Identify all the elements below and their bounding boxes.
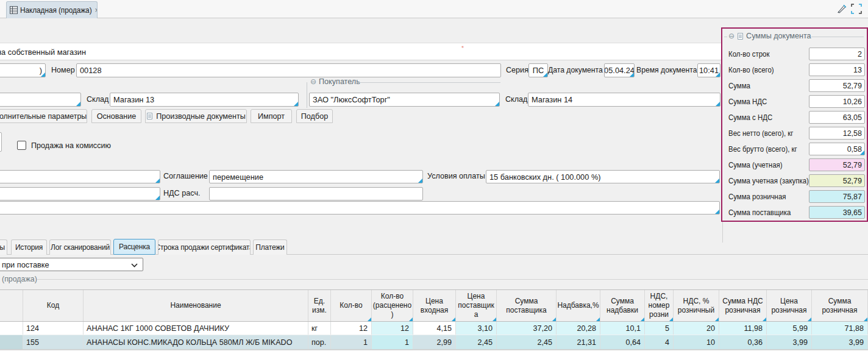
warehouse-to-field[interactable]: Магазин 14 [528,93,720,107]
table-cell[interactable]: 12 [372,322,413,335]
table-cell[interactable]: 3,10 [456,322,497,335]
operation-field[interactable]: на собственный магазин ⁎ [0,43,721,60]
column-header[interactable]: Ед. изм. [308,290,331,321]
doc-date-field[interactable]: 05.04.24 [604,63,635,77]
table-cell[interactable]: 3,99 [812,335,868,349]
pricing-dropdown[interactable]: при поставке [0,258,143,271]
column-header[interactable]: Код [23,290,84,321]
doc-time-field[interactable]: 10:41 [697,63,720,77]
total-value-field[interactable]: 12,58 [809,127,865,140]
total-value-field[interactable]: 39,65 [809,206,865,219]
table-cell[interactable]: 3,99 [767,335,812,349]
total-value-field[interactable]: 10,26 [809,95,865,108]
param-tab-3[interactable]: Производные документы [145,109,247,123]
expand-icon[interactable] [851,4,862,14]
section-tab-cut[interactable]: ы [0,239,7,255]
section-tab-1[interactable]: История [11,239,47,255]
section-tab-3[interactable]: Расценка [113,239,155,255]
table-cell[interactable]: 20,28 [557,322,600,335]
total-value-field[interactable]: 63,05 [809,111,865,124]
section-tab-2[interactable]: Лог сканирований [49,239,111,255]
column-header[interactable]: НДС, % розничный [674,290,719,321]
param-tab-4[interactable]: Импорт [251,109,292,123]
table-cell[interactable]: 1 [372,335,413,349]
total-value-field[interactable]: 2 [809,48,865,60]
column-header[interactable]: Кол-во [331,290,372,321]
table-cell[interactable]: АНАНАСЫ КОНС.МИКАДО КОЛЬЦА 580МЛ Ж/Б MIK… [84,335,308,349]
buyer-group-topline [357,82,500,83]
row-selector-cell[interactable] [0,335,23,349]
total-value-field[interactable]: 52,79 [809,174,865,187]
table-cell[interactable]: 37,20 [497,322,557,335]
table-cell[interactable]: 5,99 [767,322,812,335]
payment-terms-label: Условия оплаты [427,172,485,180]
total-value-field[interactable]: 13 [809,63,865,76]
column-header[interactable]: Сумма надбавки [600,290,645,321]
table-cell[interactable]: 71,88 [812,322,868,335]
total-value-field[interactable]: 75,87 [809,190,865,203]
table-cell[interactable]: 12 [331,322,372,335]
table-cell[interactable]: 2,99 [413,335,456,349]
column-header[interactable]: Кол-во (расценено) [372,290,413,321]
table-cell[interactable]: 0,36 [719,335,767,349]
table-cell[interactable]: 0,64 [600,335,645,349]
column-header[interactable]: Сумма поставщика [497,290,557,321]
table-cell[interactable]: кг [308,322,331,335]
payment-terms-field[interactable]: 15 банковских дн. ( 100.000 %) [486,170,720,183]
table-cell[interactable]: 2,45 [456,335,497,349]
total-value-field[interactable]: 0,58 [809,143,865,155]
vat-calc-field[interactable] [209,187,423,200]
table-cell[interactable]: 155 [23,335,84,349]
total-value-field[interactable]: 52,79 [809,158,865,171]
left-cut-field-5[interactable] [0,187,160,200]
table-cell[interactable]: 21,31 [557,335,600,349]
column-header[interactable]: Цена входная [413,290,456,321]
section-tab-5[interactable]: Платежи [253,239,287,255]
table-cell[interactable]: 20 [674,322,719,335]
collapse-icon: ⊖ [728,32,735,40]
table-cell[interactable]: 10,1 [600,322,645,335]
column-header[interactable]: Сумма розничная [812,290,868,321]
column-header[interactable]: Наименование [84,290,308,321]
tab-close-icon[interactable]: × [95,6,98,15]
commission-checkbox[interactable] [17,141,26,150]
table-cell[interactable]: 10 [674,335,719,349]
table-cell[interactable]: 4,15 [413,322,456,335]
edit-pencil-icon[interactable] [835,2,848,16]
column-header[interactable]: Цена поставщика [456,290,497,321]
total-label: Вес брутто (всего), кг [728,145,797,154]
column-header[interactable]: Цена розничная [767,290,812,321]
total-label: Кол-во (всего) [728,66,774,74]
series-field[interactable]: ПС [528,63,548,77]
row-selector-cell[interactable] [0,322,23,335]
buyer-field[interactable]: ЗАО "ЛюксСофтТорг" [309,93,500,107]
vat-calc-label: НДС расч. [163,189,200,197]
warehouse-from-field[interactable]: Магазин 13 [110,93,299,107]
warehouse-to-label: Склад [505,95,527,104]
table-cell[interactable]: 11,98 [719,322,767,335]
left-cut-field-1[interactable]: ) [0,63,46,77]
table-cell[interactable]: пор. [308,335,331,349]
param-tab-5[interactable]: Подбор [296,109,333,123]
column-header[interactable]: Сумма НДС розничная [719,290,767,321]
comment-field[interactable] [0,201,720,214]
table-cell[interactable]: 2,45 [497,335,557,349]
series-label: Серия [506,66,528,74]
agreement-field[interactable]: перемещение [209,170,423,183]
total-value-field[interactable]: 52,79 [809,79,865,92]
number-field[interactable]: 00128 [76,63,501,77]
param-tab-2[interactable]: Основание [91,109,141,123]
left-cut-field-2[interactable] [0,93,81,107]
param-tab-1[interactable]: олнительные параметры [0,109,87,123]
document-tab[interactable]: Накладная (продажа) × [6,1,98,18]
table-cell[interactable]: 124 [23,322,84,335]
column-header[interactable]: НДС, номер розни [645,290,674,321]
table-cell[interactable]: 4 [645,335,674,349]
table-cell[interactable]: 5 [645,322,674,335]
section-tab-4[interactable]: Строка продажи сертификата [158,239,251,255]
column-header[interactable]: Надбавка,% [557,290,600,321]
table-cell[interactable]: 1 [331,335,372,349]
totals-panel-title: ⊖ Суммы документа [728,32,811,40]
table-cell[interactable]: АНАНАС 1КГ 1000 СОВЕТОВ ДАЧНИКУ [84,322,308,335]
left-cut-field-4[interactable] [0,170,160,183]
